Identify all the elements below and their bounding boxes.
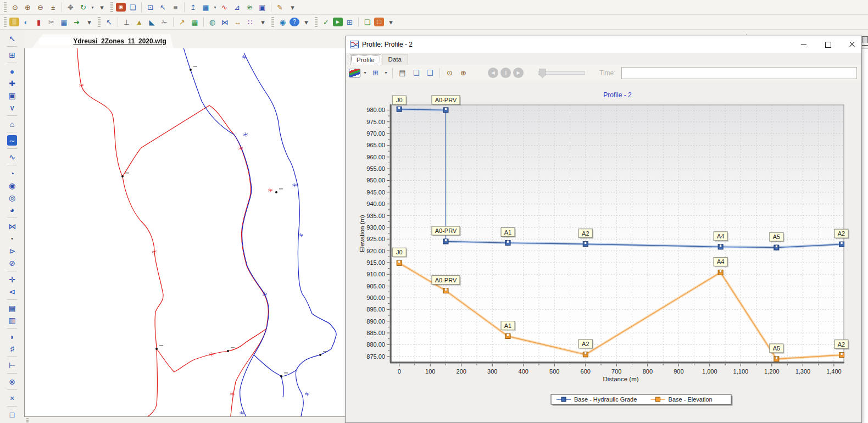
data-point-marker[interactable] <box>505 334 510 339</box>
new-window-icon[interactable]: ❏ <box>127 2 138 13</box>
print-icon[interactable]: ▤ <box>397 68 408 79</box>
contours-icon[interactable]: ≋ <box>244 2 255 13</box>
data-point-marker[interactable] <box>839 353 844 358</box>
pump-station-tool-icon[interactable]: ◉ <box>7 180 18 191</box>
network-trace-icon[interactable]: ✁ <box>159 16 170 27</box>
compute-center-icon[interactable]: ◉ <box>277 16 288 27</box>
dropdown-arrow-icon[interactable]: ▾ <box>10 233 15 244</box>
map-document-tab[interactable]: Ydreusi_2Zones_11_2020.wtg <box>32 34 174 48</box>
query-icon[interactable]: ≡ <box>170 2 181 13</box>
copy-results-icon[interactable]: ❏ <box>361 16 373 27</box>
prv-valve-tool-icon[interactable]: ⋈ <box>7 221 18 231</box>
time-slider[interactable] <box>538 71 585 75</box>
background-layers-icon[interactable]: ◉ <box>116 3 126 12</box>
zoom-window-icon[interactable]: ⊕ <box>458 68 469 79</box>
map-drawing-view[interactable] <box>24 48 346 416</box>
dropdown-arrow-icon[interactable]: ▾ <box>90 2 95 13</box>
demand-allocation-icon[interactable]: ↔ <box>232 16 243 27</box>
map-junction-node[interactable] <box>155 348 158 350</box>
vspb-tool-icon[interactable]: ▥ <box>7 315 18 325</box>
toolbar-overflow-icon[interactable]: ▾ <box>287 2 298 13</box>
data-point-marker[interactable] <box>443 288 448 293</box>
customer-meter-tool-icon[interactable]: ⊗ <box>7 376 18 387</box>
map-junction-node[interactable] <box>280 375 282 377</box>
map-junction-node[interactable] <box>319 354 321 356</box>
spot-elevation-tool-icon[interactable]: ⌂ <box>7 119 18 129</box>
data-point-marker[interactable] <box>718 270 723 275</box>
export-icon[interactable]: ➔ <box>71 16 82 27</box>
select-by-element-icon[interactable]: ↖ <box>157 2 169 13</box>
scenario-manager-icon[interactable]: ⊞ <box>344 16 355 27</box>
data-point-marker[interactable] <box>443 108 448 113</box>
zoom-icon[interactable]: ⊙ <box>444 68 455 79</box>
surge-tank-tool-icon[interactable]: ∨ <box>7 102 18 113</box>
data-point-marker[interactable] <box>583 352 588 357</box>
reservoir-tool-icon[interactable]: ● <box>7 66 18 76</box>
hydrant-flushing-icon[interactable]: ▮ <box>33 16 44 27</box>
copy-icon[interactable]: ❑ <box>424 68 436 79</box>
toolbar-overflow-icon[interactable]: ▾ <box>385 16 397 27</box>
time-slider-thumb[interactable] <box>539 69 546 79</box>
variable-speed-pump-tool-icon[interactable]: ◎ <box>7 192 18 203</box>
zoom-in-icon[interactable]: ⊕ <box>22 2 34 13</box>
toolbar-overflow-icon[interactable]: ▾ <box>301 16 312 27</box>
network-elements-icon[interactable]: ⊞ <box>7 49 18 60</box>
data-point-marker[interactable] <box>505 241 510 246</box>
pan-icon[interactable]: ✥ <box>65 2 76 13</box>
help-icon[interactable]: ? <box>290 18 299 26</box>
named-views-icon[interactable]: ⊡ <box>144 2 156 13</box>
zoom-out-icon[interactable]: ⊖ <box>35 2 46 13</box>
display-options-icon[interactable]: ⊞ <box>370 68 381 79</box>
results-lock-icon[interactable]: ▢ <box>374 18 384 26</box>
chart-settings-icon[interactable] <box>349 69 360 77</box>
validate-icon[interactable]: ✓ <box>320 16 332 27</box>
select-tool-icon[interactable]: ↖ <box>7 33 18 43</box>
element-symbology-icon[interactable]: ▣ <box>257 2 268 13</box>
psv-valve-tool-icon[interactable]: ⊳ <box>7 246 18 256</box>
thematic-icon[interactable]: ▒ <box>9 18 19 26</box>
tab-profile[interactable]: Profile <box>350 54 381 65</box>
minimize-icon[interactable] <box>800 41 808 48</box>
prototypes-icon[interactable]: ↥ <box>187 2 199 13</box>
data-point-marker[interactable] <box>443 239 448 244</box>
map-junction-node[interactable] <box>275 191 277 193</box>
isolation-valve-tool-icon[interactable]: ◗ <box>7 331 18 342</box>
tcv-valve-tool-icon[interactable]: ⊲ <box>7 286 18 297</box>
toolbar-overflow-icon[interactable]: ▾ <box>84 16 95 27</box>
select-special-icon[interactable]: ↖ <box>103 16 115 27</box>
gpv-valve-tool-icon[interactable]: ▤ <box>7 303 18 313</box>
zoom-window-icon[interactable]: ⊙ <box>9 2 21 13</box>
web-services-icon[interactable]: ◍ <box>207 16 218 27</box>
tank-tool-icon[interactable]: ✚ <box>7 78 18 88</box>
turbine-tool-icon[interactable]: ◕ <box>7 204 18 215</box>
zoom-extents-icon[interactable]: ± <box>47 2 59 13</box>
pipe-tool-icon[interactable]: ∿ <box>7 152 18 162</box>
data-point-marker[interactable] <box>774 357 779 361</box>
profiles-icon[interactable]: ⊿ <box>231 2 243 13</box>
polygon-tool-icon[interactable]: □ <box>7 409 18 420</box>
pipe-split-icon[interactable]: ✂ <box>46 16 57 27</box>
pause-button[interactable]: ∥ <box>500 68 511 78</box>
fcv-valve-tool-icon[interactable]: ✛ <box>7 274 18 285</box>
dropdown-arrow-icon[interactable]: ▾ <box>213 2 218 13</box>
energy-management-icon[interactable]: ◐ <box>20 16 32 27</box>
close-icon[interactable] <box>848 41 856 48</box>
maximize-icon[interactable] <box>824 41 832 48</box>
weir-tool-icon[interactable]: ♯ <box>7 343 18 354</box>
flextables-icon[interactable]: ▦ <box>200 2 212 13</box>
pin-icon[interactable] <box>862 36 868 43</box>
time-input[interactable] <box>621 67 857 79</box>
toolbar-overflow-icon[interactable]: ▾ <box>96 2 108 13</box>
print-preview-icon[interactable]: ❏ <box>410 68 422 79</box>
graphs-icon[interactable]: ∿ <box>219 2 230 13</box>
terrain-extractor-icon[interactable]: ▲ <box>133 16 145 27</box>
batch-run-icon[interactable]: ∷ <box>244 16 256 27</box>
delete-tool-icon[interactable]: × <box>7 393 18 403</box>
dropdown-arrow-icon[interactable]: ▾ <box>363 68 368 79</box>
profile-dialog-titlebar[interactable]: Profile: Profile - 2 <box>346 36 861 53</box>
toolbar-overflow-icon[interactable]: ▾ <box>257 16 269 27</box>
map-junction-node[interactable] <box>227 350 229 352</box>
data-point-marker[interactable] <box>397 107 402 112</box>
map-junction-node[interactable] <box>121 175 124 177</box>
data-point-marker[interactable] <box>718 244 723 249</box>
